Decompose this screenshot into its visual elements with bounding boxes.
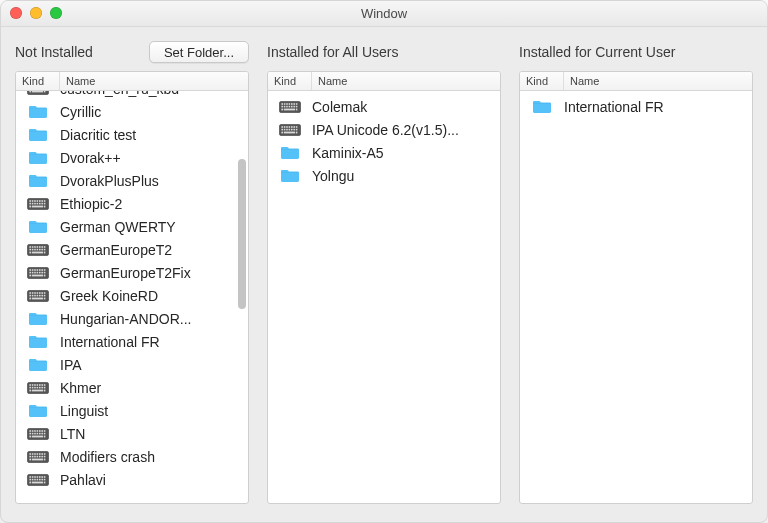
list-item[interactable]: Colemak <box>268 95 500 118</box>
list-item[interactable]: Hungarian-ANDOR... <box>16 307 248 330</box>
kind-cell <box>16 474 60 486</box>
item-name: custom_en_ru_kbd <box>60 91 244 97</box>
list-item[interactable]: Modifiers crash <box>16 445 248 468</box>
item-name: LTN <box>60 426 244 442</box>
list-item[interactable]: Dvorak++ <box>16 146 248 169</box>
minimize-window-button[interactable] <box>30 7 42 19</box>
pane-title-all-users: Installed for All Users <box>267 44 399 60</box>
keyboard-icon <box>27 474 49 486</box>
scrollbar-thumb[interactable] <box>238 159 246 309</box>
column-kind[interactable]: Kind <box>520 72 564 90</box>
kind-cell <box>16 198 60 210</box>
set-folder-button[interactable]: Set Folder... <box>149 41 249 63</box>
close-window-button[interactable] <box>10 7 22 19</box>
column-header[interactable]: Kind Name <box>520 72 752 91</box>
list-item[interactable]: Yolngu <box>268 164 500 187</box>
traffic-lights <box>10 7 62 19</box>
item-name: Ethiopic-2 <box>60 196 244 212</box>
item-name: International FR <box>60 334 244 350</box>
column-kind[interactable]: Kind <box>16 72 60 90</box>
column-name[interactable]: Name <box>564 72 752 90</box>
item-name: Linguist <box>60 403 244 419</box>
item-name: GermanEuropeT2Fix <box>60 265 244 281</box>
list-item[interactable]: Ethiopic-2 <box>16 192 248 215</box>
item-name: Yolngu <box>312 168 496 184</box>
list-item[interactable]: Khmer <box>16 376 248 399</box>
keyboard-icon <box>279 101 301 113</box>
pane-all-users: Installed for All Users Kind Name Colema… <box>267 39 501 504</box>
item-name: Hungarian-ANDOR... <box>60 311 244 327</box>
item-name: Greek KoineRD <box>60 288 244 304</box>
zoom-window-button[interactable] <box>50 7 62 19</box>
folder-icon <box>28 150 48 165</box>
item-name: Colemak <box>312 99 496 115</box>
scrollbar[interactable] <box>237 91 246 503</box>
list-item[interactable]: Diacritic test <box>16 123 248 146</box>
list-item[interactable]: IPA Unicode 6.2(v1.5)... <box>268 118 500 141</box>
pane-title-not-installed: Not Installed <box>15 44 93 60</box>
list-item[interactable]: Linguist <box>16 399 248 422</box>
kind-cell <box>16 357 60 372</box>
item-name: Dvorak++ <box>60 150 244 166</box>
list-item[interactable]: Greek KoineRD <box>16 284 248 307</box>
kind-cell <box>268 145 312 160</box>
folder-icon <box>28 173 48 188</box>
folder-icon <box>28 334 48 349</box>
folder-icon <box>28 219 48 234</box>
keyboard-icon <box>27 382 49 394</box>
column-name[interactable]: Name <box>312 72 500 90</box>
list-item[interactable]: German QWERTY <box>16 215 248 238</box>
list-item[interactable]: Pahlavi <box>16 468 248 491</box>
kind-cell <box>520 99 564 114</box>
kind-cell <box>16 382 60 394</box>
item-name: International FR <box>564 99 748 115</box>
kind-cell <box>16 150 60 165</box>
item-name: Kaminix-A5 <box>312 145 496 161</box>
folder-icon <box>280 168 300 183</box>
kind-cell <box>16 334 60 349</box>
titlebar[interactable]: Window <box>1 1 767 27</box>
list-item[interactable]: International FR <box>16 330 248 353</box>
folder-icon <box>28 127 48 142</box>
item-name: Khmer <box>60 380 244 396</box>
item-name: German QWERTY <box>60 219 244 235</box>
kind-cell <box>268 101 312 113</box>
column-kind[interactable]: Kind <box>268 72 312 90</box>
kind-cell <box>16 244 60 256</box>
item-name: DvorakPlusPlus <box>60 173 244 189</box>
kind-cell <box>16 403 60 418</box>
keyboard-icon <box>27 267 49 279</box>
list-not-installed[interactable]: Kind Name custom_en_ru_kbdCyrillicDiacri… <box>15 71 249 504</box>
list-item[interactable]: LTN <box>16 422 248 445</box>
list-item[interactable]: Kaminix-A5 <box>268 141 500 164</box>
list-item[interactable]: GermanEuropeT2Fix <box>16 261 248 284</box>
kind-cell <box>16 290 60 302</box>
list-item[interactable]: GermanEuropeT2 <box>16 238 248 261</box>
column-name[interactable]: Name <box>60 72 248 90</box>
list-item[interactable]: DvorakPlusPlus <box>16 169 248 192</box>
list-item[interactable]: IPA <box>16 353 248 376</box>
column-header[interactable]: Kind Name <box>268 72 500 91</box>
kind-cell <box>16 91 60 95</box>
item-name: Pahlavi <box>60 472 244 488</box>
kind-cell <box>16 428 60 440</box>
kind-cell <box>16 219 60 234</box>
list-current-user[interactable]: Kind Name International FR <box>519 71 753 504</box>
list-item[interactable]: International FR <box>520 95 752 118</box>
kind-cell <box>16 267 60 279</box>
window-frame: Window Not Installed Set Folder... Kind … <box>0 0 768 523</box>
column-header[interactable]: Kind Name <box>16 72 248 91</box>
keyboard-icon <box>279 124 301 136</box>
item-name: IPA Unicode 6.2(v1.5)... <box>312 122 496 138</box>
keyboard-icon <box>27 244 49 256</box>
kind-cell <box>268 168 312 183</box>
list-all-users[interactable]: Kind Name ColemakIPA Unicode 6.2(v1.5)..… <box>267 71 501 504</box>
kind-cell <box>268 124 312 136</box>
kind-cell <box>16 104 60 119</box>
keyboard-icon <box>27 428 49 440</box>
folder-icon <box>280 145 300 160</box>
pane-title-current-user: Installed for Current User <box>519 44 675 60</box>
item-name: IPA <box>60 357 244 373</box>
list-item[interactable]: Cyrillic <box>16 100 248 123</box>
list-item[interactable]: custom_en_ru_kbd <box>16 91 248 100</box>
